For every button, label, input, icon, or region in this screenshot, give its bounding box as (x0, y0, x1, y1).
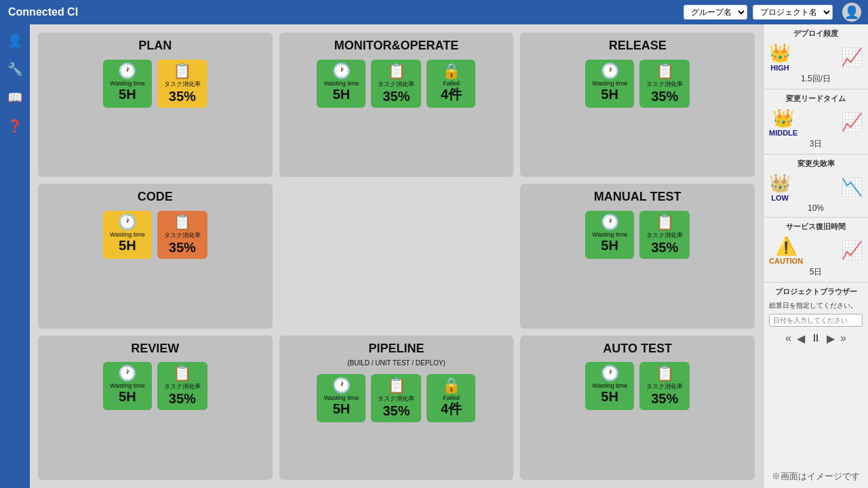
nav-pause-button[interactable]: ⏸ (809, 332, 823, 345)
release-task-label: タスク消化率 (646, 80, 683, 89)
project-browser-nav: « ◀ ⏸ ▶ » (769, 332, 863, 345)
sidebar-help-icon[interactable]: ❓ (5, 117, 24, 136)
phase-monitor: MONITOR&OPERATE 🕐 Wasting time 5H 📋 タスク消… (279, 33, 514, 177)
sidebar: 👤 🔧 📖 ❓ (0, 24, 30, 488)
phase-manual-test-title: MANUAL TEST (528, 190, 747, 204)
task-icon-6: 📋 (173, 366, 191, 381)
phase-code: CODE 🕐 Wasting time 5H 📋 タスク消化率 35% (38, 184, 273, 328)
caution-icon: ⚠️ (769, 236, 803, 257)
phase-plan: PLAN 🕐 Wasting time 5H 📋 タスク消化率 35% (38, 33, 273, 177)
task-icon-4: 📋 (173, 215, 191, 230)
change-leadtime-section: 変更リードタイム 👑 MIDDLE 📈 3日 (764, 89, 868, 155)
nav-last-button[interactable]: » (839, 332, 848, 345)
phase-manual-test: MANUAL TEST 🕐 Wasting time 5H 📋 タスク消化率 3… (520, 184, 755, 328)
clock-icon: 🕐 (118, 64, 136, 79)
task-icon-5: 📋 (656, 215, 674, 230)
group-select[interactable]: グループ名 (684, 5, 747, 20)
phase-review: REVIEW 🕐 Wasting time 5H 📋 タスク消化率 35% (38, 336, 273, 480)
header: Connected CI グループ名 プロジェクト名 👤 (0, 0, 868, 24)
right-panel: デプロイ頻度 👑 HIGH 📈 1.5回/日 変更リードタイム (763, 24, 868, 488)
phase-auto-test-metrics: 🕐 Wasting time 5H 📋 タスク消化率 35% (528, 362, 747, 410)
task-icon-2: 📋 (387, 64, 406, 79)
change-leadtime-level: MIDDLE (769, 129, 797, 137)
header-selects: グループ名 プロジェクト名 (684, 5, 833, 20)
change-failure-row: 👑 LOW 📉 (769, 171, 863, 203)
phase-plan-metrics: 🕐 Wasting time 5H 📋 タスク消化率 35% (46, 60, 264, 108)
review-task-rate: 📋 タスク消化率 35% (157, 362, 208, 410)
monitor-wasting-label: Wasting time (324, 80, 359, 87)
avatar[interactable]: 👤 (842, 3, 861, 22)
plan-task-rate: 📋 タスク消化率 35% (157, 60, 208, 108)
pipeline-task-value: 35% (382, 403, 410, 418)
monitor-task-value: 35% (382, 89, 410, 104)
phase-release-title: RELEASE (528, 39, 747, 53)
main-container: 👤 🔧 📖 ❓ PLAN 🕐 Wasting time 5H (0, 24, 868, 488)
nav-prev-button[interactable]: ◀ (795, 332, 806, 345)
monitor-failed: 🔒 Failed 4件 (427, 60, 475, 108)
clock-icon-8: 🕐 (601, 366, 619, 381)
nav-next-button[interactable]: ▶ (825, 332, 836, 345)
code-wasting-time: 🕐 Wasting time 5H (103, 211, 152, 259)
pipeline-failed: 🔒 Failed 4件 (427, 374, 475, 422)
crown-low-icon: 👑 (769, 173, 791, 194)
phase-monitor-metrics: 🕐 Wasting time 5H 📋 タスク消化率 35% 🔒 Failed (288, 60, 506, 108)
app-title: Connected CI (8, 6, 78, 18)
change-failure-level: LOW (769, 194, 791, 202)
task-icon-7: 📋 (387, 378, 406, 393)
code-task-rate: 📋 タスク消化率 35% (157, 211, 208, 259)
review-wasting-time: 🕐 Wasting time 5H (103, 362, 152, 410)
change-leadtime-row: 👑 MIDDLE 📈 (769, 106, 863, 138)
review-wasting-label: Wasting time (110, 382, 145, 389)
date-input[interactable] (769, 314, 863, 327)
sidebar-book-icon[interactable]: 📖 (5, 88, 24, 107)
auto-wasting-value: 5H (601, 389, 618, 404)
plan-task-value: 35% (169, 89, 196, 104)
deploy-freq-row: 👑 HIGH 📈 (769, 41, 863, 73)
phase-release: RELEASE 🕐 Wasting time 5H 📋 タスク消化率 35% (520, 33, 755, 177)
lock-icon: 🔒 (442, 64, 460, 79)
restore-trend-icon: 📈 (841, 240, 863, 261)
restore-time-section: サービス復旧時間 ⚠️ CAUTION 📈 5日 (764, 218, 868, 283)
pipeline-wasting-value: 5H (333, 401, 351, 416)
change-leadtime-value: 3日 (769, 138, 863, 150)
change-failure-value: 10% (769, 203, 863, 213)
auto-task-value: 35% (651, 391, 678, 406)
project-select[interactable]: プロジェクト名 (753, 5, 833, 20)
change-failure-title: 変更失敗率 (769, 159, 863, 169)
pipeline-failed-label: Failed (443, 394, 460, 401)
phase-empty (279, 184, 514, 328)
change-leadtime-title: 変更リードタイム (769, 94, 863, 104)
phase-release-metrics: 🕐 Wasting time 5H 📋 タスク消化率 35% (528, 60, 747, 108)
phase-pipeline-title: PIPELINE (288, 342, 506, 356)
sidebar-person-icon[interactable]: 👤 (5, 31, 24, 50)
manual-wasting-label: Wasting time (592, 231, 627, 238)
clock-icon-6: 🕐 (118, 366, 136, 381)
clock-icon-4: 🕐 (118, 215, 136, 230)
monitor-task-label: タスク消化率 (378, 80, 414, 89)
manual-task-label: タスク消化率 (646, 231, 683, 240)
task-icon: 📋 (173, 64, 191, 79)
release-task-rate: 📋 タスク消化率 35% (639, 60, 690, 108)
phase-monitor-title: MONITOR&OPERATE (288, 39, 506, 53)
review-task-value: 35% (169, 391, 196, 406)
project-browser-title: プロジェクトブラウザー (769, 287, 863, 297)
deploy-freq-level: HIGH (769, 64, 791, 72)
deploy-freq-section: デプロイ頻度 👑 HIGH 📈 1.5回/日 (764, 24, 868, 89)
pipeline-failed-value: 4件 (441, 401, 462, 416)
manual-wasting-value: 5H (601, 238, 618, 253)
phase-code-title: CODE (46, 190, 264, 204)
pipeline-task-rate: 📋 タスク消化率 35% (371, 374, 421, 422)
footer-note: ※画面はイメージです (772, 470, 860, 483)
auto-wasting-time: 🕐 Wasting time 5H (585, 362, 634, 410)
phase-pipeline: PIPELINE (BUILD / UNIT TEST / DEPLOY) 🕐 … (279, 336, 514, 480)
release-wasting-value: 5H (601, 87, 618, 102)
crown-middle-icon: 👑 (769, 108, 797, 129)
clock-icon-2: 🕐 (332, 64, 351, 79)
manual-task-value: 35% (651, 240, 678, 255)
review-wasting-value: 5H (119, 389, 136, 404)
clock-icon-3: 🕐 (601, 64, 619, 79)
monitor-failed-label: Failed (443, 80, 460, 87)
sidebar-tools-icon[interactable]: 🔧 (5, 60, 24, 79)
phase-manual-test-metrics: 🕐 Wasting time 5H 📋 タスク消化率 35% (528, 211, 747, 259)
nav-first-button[interactable]: « (784, 332, 793, 345)
